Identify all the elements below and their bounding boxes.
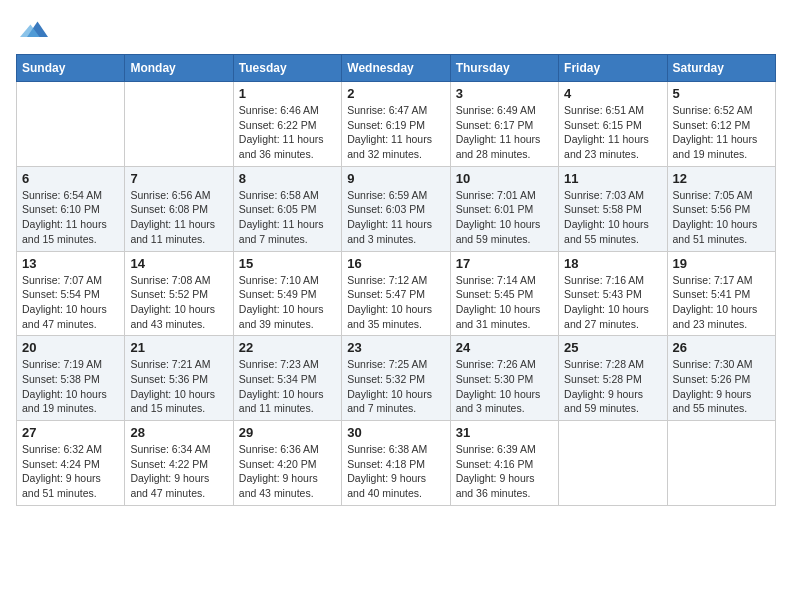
day-info: Sunrise: 6:52 AM Sunset: 6:12 PM Dayligh… [673,103,770,162]
day-number: 27 [22,425,119,440]
day-number: 28 [130,425,227,440]
day-info: Sunrise: 6:46 AM Sunset: 6:22 PM Dayligh… [239,103,336,162]
day-info: Sunrise: 6:36 AM Sunset: 4:20 PM Dayligh… [239,442,336,501]
page-header [16,16,776,44]
day-info: Sunrise: 7:08 AM Sunset: 5:52 PM Dayligh… [130,273,227,332]
calendar-cell: 30Sunrise: 6:38 AM Sunset: 4:18 PM Dayli… [342,421,450,506]
day-info: Sunrise: 7:21 AM Sunset: 5:36 PM Dayligh… [130,357,227,416]
calendar-cell: 29Sunrise: 6:36 AM Sunset: 4:20 PM Dayli… [233,421,341,506]
calendar-cell: 27Sunrise: 6:32 AM Sunset: 4:24 PM Dayli… [17,421,125,506]
calendar-cell: 17Sunrise: 7:14 AM Sunset: 5:45 PM Dayli… [450,251,558,336]
calendar-cell [559,421,667,506]
day-number: 10 [456,171,553,186]
calendar-cell: 7Sunrise: 6:56 AM Sunset: 6:08 PM Daylig… [125,166,233,251]
calendar-cell: 3Sunrise: 6:49 AM Sunset: 6:17 PM Daylig… [450,82,558,167]
day-of-week-header: Thursday [450,55,558,82]
calendar-week-row: 1Sunrise: 6:46 AM Sunset: 6:22 PM Daylig… [17,82,776,167]
calendar-cell: 2Sunrise: 6:47 AM Sunset: 6:19 PM Daylig… [342,82,450,167]
day-info: Sunrise: 7:17 AM Sunset: 5:41 PM Dayligh… [673,273,770,332]
day-of-week-header: Friday [559,55,667,82]
day-number: 14 [130,256,227,271]
calendar-cell: 16Sunrise: 7:12 AM Sunset: 5:47 PM Dayli… [342,251,450,336]
day-number: 12 [673,171,770,186]
day-info: Sunrise: 7:28 AM Sunset: 5:28 PM Dayligh… [564,357,661,416]
day-info: Sunrise: 7:14 AM Sunset: 5:45 PM Dayligh… [456,273,553,332]
day-number: 3 [456,86,553,101]
day-number: 11 [564,171,661,186]
calendar-cell: 18Sunrise: 7:16 AM Sunset: 5:43 PM Dayli… [559,251,667,336]
calendar-cell: 14Sunrise: 7:08 AM Sunset: 5:52 PM Dayli… [125,251,233,336]
day-number: 13 [22,256,119,271]
day-info: Sunrise: 6:32 AM Sunset: 4:24 PM Dayligh… [22,442,119,501]
day-number: 26 [673,340,770,355]
day-number: 29 [239,425,336,440]
day-info: Sunrise: 6:56 AM Sunset: 6:08 PM Dayligh… [130,188,227,247]
calendar-cell: 12Sunrise: 7:05 AM Sunset: 5:56 PM Dayli… [667,166,775,251]
calendar-week-row: 6Sunrise: 6:54 AM Sunset: 6:10 PM Daylig… [17,166,776,251]
day-number: 8 [239,171,336,186]
day-info: Sunrise: 6:58 AM Sunset: 6:05 PM Dayligh… [239,188,336,247]
day-info: Sunrise: 7:07 AM Sunset: 5:54 PM Dayligh… [22,273,119,332]
calendar-cell: 26Sunrise: 7:30 AM Sunset: 5:26 PM Dayli… [667,336,775,421]
calendar-cell: 24Sunrise: 7:26 AM Sunset: 5:30 PM Dayli… [450,336,558,421]
day-info: Sunrise: 7:12 AM Sunset: 5:47 PM Dayligh… [347,273,444,332]
calendar-week-row: 13Sunrise: 7:07 AM Sunset: 5:54 PM Dayli… [17,251,776,336]
day-number: 22 [239,340,336,355]
day-info: Sunrise: 6:51 AM Sunset: 6:15 PM Dayligh… [564,103,661,162]
day-info: Sunrise: 6:54 AM Sunset: 6:10 PM Dayligh… [22,188,119,247]
day-number: 19 [673,256,770,271]
day-info: Sunrise: 7:25 AM Sunset: 5:32 PM Dayligh… [347,357,444,416]
day-number: 21 [130,340,227,355]
day-number: 17 [456,256,553,271]
logo-icon [20,16,48,44]
calendar-table: SundayMondayTuesdayWednesdayThursdayFrid… [16,54,776,506]
calendar-header-row: SundayMondayTuesdayWednesdayThursdayFrid… [17,55,776,82]
calendar-cell: 11Sunrise: 7:03 AM Sunset: 5:58 PM Dayli… [559,166,667,251]
day-info: Sunrise: 6:47 AM Sunset: 6:19 PM Dayligh… [347,103,444,162]
day-info: Sunrise: 6:59 AM Sunset: 6:03 PM Dayligh… [347,188,444,247]
calendar-cell: 6Sunrise: 6:54 AM Sunset: 6:10 PM Daylig… [17,166,125,251]
calendar-cell: 25Sunrise: 7:28 AM Sunset: 5:28 PM Dayli… [559,336,667,421]
day-info: Sunrise: 7:26 AM Sunset: 5:30 PM Dayligh… [456,357,553,416]
calendar-cell: 9Sunrise: 6:59 AM Sunset: 6:03 PM Daylig… [342,166,450,251]
calendar-cell: 22Sunrise: 7:23 AM Sunset: 5:34 PM Dayli… [233,336,341,421]
day-of-week-header: Monday [125,55,233,82]
calendar-cell: 28Sunrise: 6:34 AM Sunset: 4:22 PM Dayli… [125,421,233,506]
calendar-body: 1Sunrise: 6:46 AM Sunset: 6:22 PM Daylig… [17,82,776,506]
calendar-cell: 21Sunrise: 7:21 AM Sunset: 5:36 PM Dayli… [125,336,233,421]
day-info: Sunrise: 6:34 AM Sunset: 4:22 PM Dayligh… [130,442,227,501]
calendar-cell: 1Sunrise: 6:46 AM Sunset: 6:22 PM Daylig… [233,82,341,167]
day-info: Sunrise: 6:38 AM Sunset: 4:18 PM Dayligh… [347,442,444,501]
calendar-cell: 5Sunrise: 6:52 AM Sunset: 6:12 PM Daylig… [667,82,775,167]
day-number: 18 [564,256,661,271]
calendar-cell: 15Sunrise: 7:10 AM Sunset: 5:49 PM Dayli… [233,251,341,336]
day-info: Sunrise: 7:23 AM Sunset: 5:34 PM Dayligh… [239,357,336,416]
calendar-cell [17,82,125,167]
day-info: Sunrise: 7:05 AM Sunset: 5:56 PM Dayligh… [673,188,770,247]
calendar-cell [667,421,775,506]
day-number: 9 [347,171,444,186]
day-number: 23 [347,340,444,355]
calendar-cell: 31Sunrise: 6:39 AM Sunset: 4:16 PM Dayli… [450,421,558,506]
day-number: 31 [456,425,553,440]
day-number: 2 [347,86,444,101]
calendar-cell: 13Sunrise: 7:07 AM Sunset: 5:54 PM Dayli… [17,251,125,336]
calendar-cell: 4Sunrise: 6:51 AM Sunset: 6:15 PM Daylig… [559,82,667,167]
day-of-week-header: Saturday [667,55,775,82]
day-number: 16 [347,256,444,271]
calendar-cell: 10Sunrise: 7:01 AM Sunset: 6:01 PM Dayli… [450,166,558,251]
day-info: Sunrise: 7:03 AM Sunset: 5:58 PM Dayligh… [564,188,661,247]
day-number: 20 [22,340,119,355]
calendar-week-row: 27Sunrise: 6:32 AM Sunset: 4:24 PM Dayli… [17,421,776,506]
day-info: Sunrise: 7:10 AM Sunset: 5:49 PM Dayligh… [239,273,336,332]
logo [16,16,48,44]
calendar-week-row: 20Sunrise: 7:19 AM Sunset: 5:38 PM Dayli… [17,336,776,421]
day-number: 24 [456,340,553,355]
calendar-cell: 8Sunrise: 6:58 AM Sunset: 6:05 PM Daylig… [233,166,341,251]
day-number: 5 [673,86,770,101]
day-info: Sunrise: 7:16 AM Sunset: 5:43 PM Dayligh… [564,273,661,332]
day-info: Sunrise: 7:01 AM Sunset: 6:01 PM Dayligh… [456,188,553,247]
day-info: Sunrise: 7:30 AM Sunset: 5:26 PM Dayligh… [673,357,770,416]
calendar-cell [125,82,233,167]
day-number: 6 [22,171,119,186]
